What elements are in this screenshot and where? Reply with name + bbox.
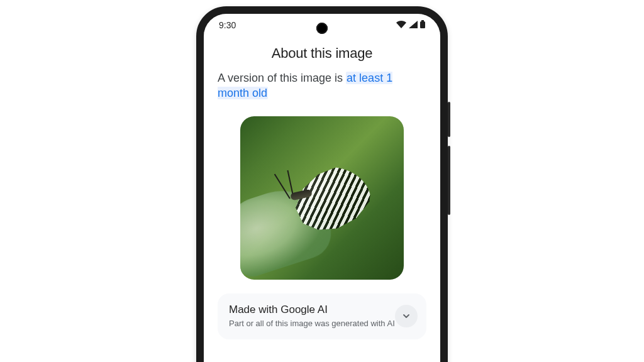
meta-prefix: A version of this image is (218, 72, 346, 84)
battery-icon (420, 20, 425, 30)
wifi-icon (396, 20, 406, 30)
screen: 9:30 About this image A version of (204, 14, 440, 362)
front-camera (316, 23, 328, 34)
page-title: About this image (218, 45, 426, 62)
ai-card-subtext: Part or all of this image was generated … (229, 319, 415, 328)
image-preview[interactable] (240, 116, 404, 280)
ai-card-heading: Made with Google AI (229, 304, 415, 316)
expand-button[interactable] (395, 305, 418, 327)
signal-icon (409, 20, 418, 30)
ai-disclosure-card[interactable]: Made with Google AI Part or all of this … (218, 293, 426, 339)
phone-frame: 9:30 About this image A version of (196, 6, 448, 362)
image-age-text: A version of this image is at least 1 mo… (218, 70, 426, 101)
svg-rect-1 (420, 21, 425, 28)
clock: 9:30 (219, 20, 236, 30)
svg-rect-0 (421, 20, 424, 21)
butterfly-graphic (284, 163, 379, 245)
chevron-down-icon (402, 312, 411, 321)
